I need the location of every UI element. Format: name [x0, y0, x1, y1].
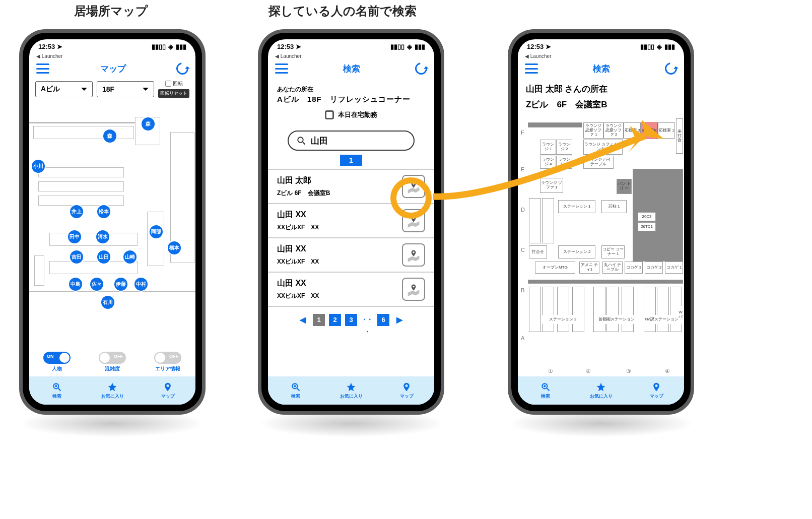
search-value: 山田 [311, 135, 328, 147]
search-icon [297, 136, 306, 145]
tab-map[interactable]: マップ [140, 376, 195, 405]
person-pin[interactable]: 中島 [68, 277, 83, 292]
your-location-label: あなたの所在 [277, 85, 425, 94]
person-pin[interactable]: 森 [102, 128, 117, 144]
refresh-icon[interactable] [662, 60, 679, 77]
tab-search[interactable]: 検索 [518, 376, 573, 405]
axis-row: B [521, 287, 524, 293]
person-pin[interactable]: 橋本 [167, 240, 182, 255]
axis-col: ④ [665, 368, 670, 374]
page-title: 検索 [343, 63, 360, 75]
pager-page[interactable]: 3 [345, 314, 357, 326]
show-on-map-button[interactable] [402, 278, 425, 301]
show-on-map-button[interactable] [402, 243, 425, 267]
person-pin[interactable]: 中村 [133, 277, 149, 292]
search-input[interactable]: 山田 [288, 131, 415, 151]
pager-ellipsis: ･ ･ ･ [361, 314, 373, 326]
menu-icon[interactable] [275, 63, 288, 74]
tab-favorites[interactable]: お気に入り [323, 376, 379, 405]
highlight-ring [390, 177, 432, 219]
person-pin[interactable]: 山田 [96, 249, 111, 265]
chevron-down-icon [143, 88, 149, 94]
room: ステーション 3 [542, 315, 583, 324]
status-icons: ▮▮▯▯◈▮▮▮ [640, 43, 675, 50]
person-pin[interactable]: 山崎 [122, 249, 138, 265]
back-to-launcher[interactable]: ◀ Launcher [518, 53, 684, 59]
your-location: Aビル 18F リフレッシュコーナー [277, 95, 425, 104]
toggle-person[interactable]: ON [43, 352, 71, 364]
floor-select[interactable]: 18F [97, 81, 154, 97]
pager-page[interactable]: 2 [329, 314, 341, 326]
room: コカゲ 3 [625, 262, 643, 274]
wifi-icon: ◈ [168, 43, 173, 50]
svg-point-10 [544, 385, 546, 387]
room: コピー コーナー 1 [601, 245, 625, 258]
tab-bar: 検索 お気に入り マップ [29, 376, 195, 405]
person-pin[interactable]: 森 [141, 116, 156, 132]
toggle-area[interactable]: OFF [154, 352, 181, 364]
back-to-launcher[interactable]: ◀ Launcher [268, 53, 434, 59]
pager-prev[interactable]: ◀ [297, 314, 309, 326]
result-location: XXビルXF XX [277, 223, 402, 232]
page-title: 検索 [593, 63, 610, 75]
menu-icon[interactable] [36, 63, 49, 74]
axis-row: A [521, 335, 524, 341]
axis-col: ③ [626, 368, 631, 374]
connector-arrow [428, 101, 670, 212]
room: 丸ハイ テーブル [602, 262, 623, 274]
axis-col: ② [586, 368, 591, 374]
wfh-checkbox[interactable]: 本日在宅勤務 [277, 110, 425, 119]
floor-map[interactable]: 森 森 小川 井上 松本 田中 清水 阿部 吉田 山田 山崎 橋本 中島 佐々 … [29, 117, 195, 349]
toggle-area-label: エリア情報 [155, 365, 180, 372]
svg-line-1 [58, 388, 61, 391]
person-pin[interactable]: 石川 [100, 295, 115, 310]
person-pin[interactable]: 小川 [31, 159, 46, 174]
svg-point-7 [294, 385, 296, 387]
toggle-person-label: 人物 [52, 365, 62, 372]
result-location: Zビル 6F 会議室B [277, 189, 402, 198]
clock: 12:53 ➤ [277, 43, 301, 50]
refresh-icon[interactable] [174, 60, 190, 77]
person-pin[interactable]: 松本 [96, 204, 111, 219]
result-row[interactable]: 山田 XXXXビルXF XX [268, 238, 434, 273]
tab-map[interactable]: マップ [629, 376, 684, 405]
tab-search[interactable]: 検索 [29, 376, 85, 405]
rotate-checkbox[interactable]: 回転 [165, 80, 183, 87]
clock: 12:53 ➤ [38, 43, 62, 50]
room: 26TC1 [638, 222, 656, 231]
tab-favorites[interactable]: お気に入り [85, 376, 140, 405]
person-pin[interactable]: 清水 [95, 229, 110, 244]
room: ステーション 2 [558, 245, 595, 258]
map-pin-icon [407, 248, 421, 262]
rotate-reset-button[interactable]: 回転リセット [158, 89, 189, 98]
pager-next[interactable]: ▶ [393, 314, 405, 326]
refresh-icon[interactable] [413, 60, 429, 77]
result-row[interactable]: 山田 XXXXビルXF XX [268, 273, 434, 307]
tab-bar: 検索 お気に入り マップ [268, 376, 434, 405]
room: アメニ ティ1 [579, 262, 599, 274]
back-to-launcher[interactable]: ◀ Launcher [29, 53, 195, 59]
signal-icon: ▮▮▯▯ [152, 43, 166, 50]
pager-page[interactable]: 6 [377, 314, 389, 326]
checkbox-icon [325, 110, 334, 119]
toggle-crowd[interactable]: OFF [99, 352, 126, 364]
person-pin[interactable]: 吉田 [69, 249, 84, 265]
tab-search[interactable]: 検索 [268, 376, 323, 405]
caption-map: 居場所マップ [40, 3, 181, 19]
person-pin[interactable]: 田中 [67, 229, 82, 244]
tab-favorites[interactable]: お気に入り [573, 376, 629, 405]
svg-line-4 [303, 142, 305, 145]
tab-map[interactable]: マップ [379, 376, 434, 405]
svg-line-6 [297, 388, 300, 391]
person-pin[interactable]: 佐々 [89, 277, 104, 292]
person-pin[interactable]: 伊藤 [113, 277, 128, 292]
person-pin[interactable]: 井上 [69, 204, 84, 219]
phone-search-list: 12:53 ➤ ▮▮▯▯◈▮▮▮ ◀ Launcher 検索 あなたの所在 Aビ… [258, 29, 444, 415]
status-bar: 12:53 ➤ ▮▮▯▯◈▮▮▮ [518, 39, 684, 53]
chevron-down-icon [81, 88, 87, 94]
building-select-value: Aビル [41, 85, 60, 94]
pager: ◀ 1 2 3 ･ ･ ･ 6 ▶ [268, 307, 434, 333]
building-select[interactable]: Aビル [35, 81, 93, 97]
person-pin[interactable]: 阿部 [149, 224, 164, 239]
menu-icon[interactable] [525, 63, 538, 74]
